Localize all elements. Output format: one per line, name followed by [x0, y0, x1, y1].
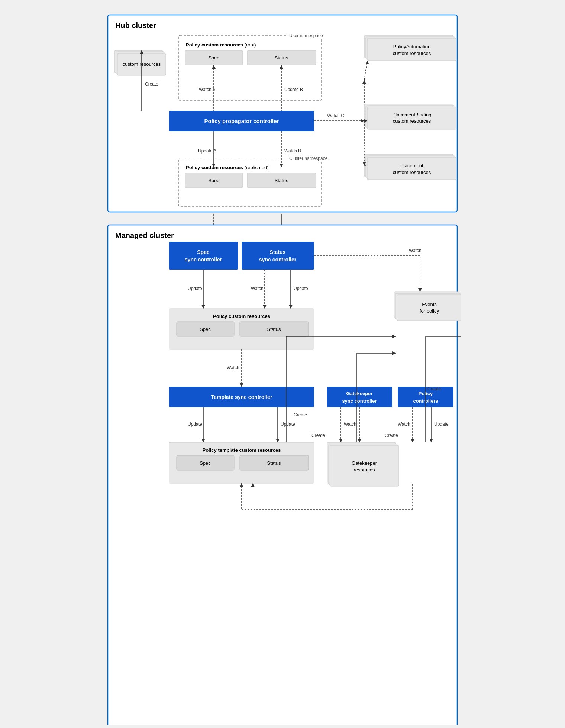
- svg-rect-21: [367, 38, 456, 61]
- svg-text:sync controller: sync controller: [259, 257, 297, 262]
- policy-cr-root-title: Policy custom resources (root): [186, 42, 256, 48]
- status-template-label: Status: [267, 460, 281, 466]
- svg-rect-74: [327, 387, 392, 407]
- gatekeeper-sync-label: Gatekeeper: [346, 391, 373, 396]
- policy-cr-replicated-title: Policy custom resources (replicated): [186, 165, 269, 170]
- status-replicated-label: Status: [275, 178, 288, 183]
- spec-root-label: Spec: [208, 55, 219, 61]
- svg-text:sync controller: sync controller: [185, 257, 222, 262]
- spec-managed-label: Spec: [200, 326, 211, 332]
- svg-text:custom resources: custom resources: [393, 51, 431, 56]
- watch-template-label: Watch: [227, 365, 239, 370]
- watch-events-label: Watch: [409, 248, 422, 253]
- update-a-label: Update A: [198, 148, 216, 154]
- create-right-label: Create: [427, 386, 441, 392]
- status-root-label: Status: [275, 55, 288, 61]
- svg-rect-53: [242, 242, 314, 270]
- update-b-label: Update B: [284, 87, 303, 92]
- watch-status-sync-label: Watch: [251, 286, 264, 291]
- events-for-policy-label: Events: [422, 302, 437, 307]
- spec-template-label: Spec: [200, 460, 211, 466]
- watch-a-label: Watch A: [199, 87, 215, 92]
- policy-cr-managed-label: Policy custom resources: [213, 313, 270, 319]
- policy-automation-label: PolicyAutomation: [393, 44, 430, 49]
- status-managed-label: Status: [267, 326, 281, 332]
- create-label-bottom-right: Create: [385, 433, 398, 438]
- svg-text:for policy: for policy: [420, 308, 439, 314]
- template-sync-label: Template sync controller: [211, 394, 272, 400]
- spec-replicated-label: Spec: [208, 178, 219, 183]
- policy-template-label: Policy template custom resources: [203, 447, 281, 453]
- propagator-label: Policy propagator controller: [204, 118, 279, 124]
- managed-cluster-title: Managed cluster: [115, 231, 174, 239]
- placement-binding-label: PlacementBinding: [393, 112, 432, 117]
- user-namespace-label: User namespace: [289, 33, 323, 38]
- placement-label: Placement: [400, 163, 423, 168]
- update-template-label: Update: [188, 422, 202, 427]
- update-policy-ctrl-label: Update: [434, 422, 449, 427]
- update-spec-sync-label: Update: [188, 286, 202, 291]
- create-label-hub: Create: [145, 81, 158, 87]
- watch-b-label: Watch B: [284, 148, 301, 154]
- watch-c-label: Watch C: [327, 113, 344, 118]
- update-status-label: Update: [294, 286, 308, 291]
- update-template-right-label: Update: [281, 422, 295, 427]
- hub-cluster-title: Hub cluster: [115, 21, 156, 29]
- diagram-wrapper: Hub cluster custom resources Create User…: [100, 7, 465, 728]
- svg-rect-33: [367, 157, 456, 180]
- svg-rect-51: [169, 242, 238, 270]
- gatekeeper-resources-label: Gatekeeper: [352, 460, 377, 466]
- svg-text:sync controller: sync controller: [342, 398, 377, 404]
- create-label-bottom-left: Create: [311, 433, 325, 438]
- architecture-diagram: Hub cluster custom resources Create User…: [104, 11, 461, 725]
- watch-gatekeeper-label: Watch: [344, 422, 356, 427]
- status-sync-label: Status: [270, 249, 286, 255]
- cluster-namespace-label: Cluster namespace: [289, 156, 328, 161]
- svg-text:custom resources: custom resources: [393, 118, 431, 124]
- svg-text:resources: resources: [353, 467, 375, 473]
- spec-sync-label: Spec: [197, 249, 210, 255]
- svg-rect-95: [330, 445, 399, 486]
- watch-policy-ctrl-label: Watch: [398, 422, 410, 427]
- create-left-label: Create: [294, 412, 307, 418]
- svg-rect-60: [397, 295, 461, 321]
- svg-text:custom resources: custom resources: [393, 170, 431, 175]
